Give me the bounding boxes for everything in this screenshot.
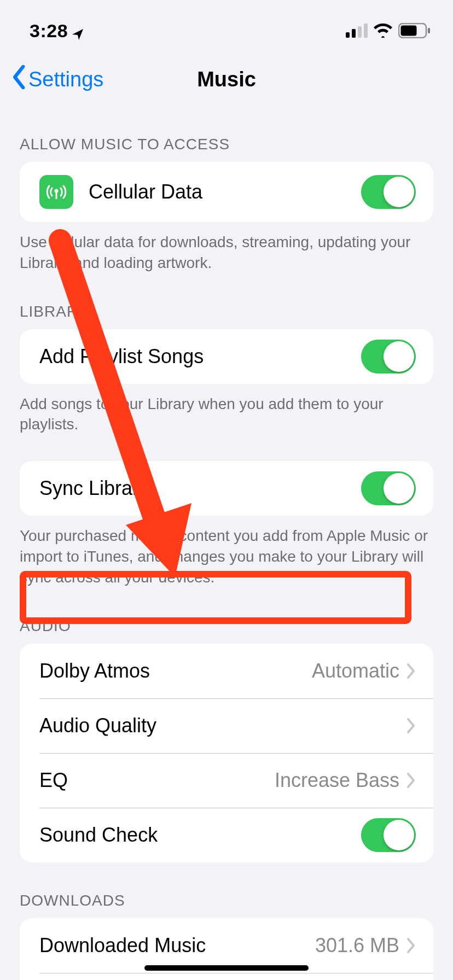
back-label: Settings (28, 68, 103, 91)
row-optimize-storage[interactable]: Optimize Storage Off (20, 973, 433, 980)
audio-quality-label: Audio Quality (39, 714, 406, 737)
home-indicator (144, 965, 309, 971)
nav-bar: Settings Music (0, 49, 453, 109)
add-playlist-toggle[interactable] (361, 340, 416, 374)
sound-check-label: Sound Check (39, 824, 361, 847)
section-header-library: LIBRARY (0, 273, 453, 329)
section-header-downloads: DOWNLOADS (0, 862, 453, 918)
svg-rect-5 (401, 26, 417, 36)
cellular-data-toggle[interactable] (361, 175, 416, 209)
status-time: 3:28 (30, 20, 84, 42)
sync-library-label: Sync Library (39, 477, 361, 500)
dolby-label: Dolby Atmos (39, 660, 312, 682)
downloaded-value: 301.6 MB (315, 934, 399, 957)
cellular-signal-icon (346, 24, 368, 38)
chevron-right-icon (406, 663, 416, 679)
row-add-playlist-songs[interactable]: Add Playlist Songs (20, 329, 433, 384)
svg-rect-2 (358, 26, 362, 38)
add-playlist-label: Add Playlist Songs (39, 345, 361, 368)
status-bar: 3:28 (0, 0, 453, 49)
svg-rect-3 (364, 24, 368, 38)
svg-rect-6 (428, 28, 430, 33)
chevron-right-icon (406, 772, 416, 789)
back-button[interactable]: Settings (11, 65, 103, 94)
footer-access: Use cellular data for downloads, streami… (0, 222, 453, 273)
row-dolby-atmos[interactable]: Dolby Atmos Automatic (20, 644, 433, 698)
cellular-data-icon (39, 175, 73, 209)
svg-rect-1 (352, 29, 356, 38)
eq-label: EQ (39, 769, 275, 792)
chevron-right-icon (406, 718, 416, 734)
row-sync-library[interactable]: Sync Library (20, 461, 433, 516)
dolby-value: Automatic (312, 660, 399, 682)
chevron-left-icon (11, 65, 26, 94)
footer-add-playlist: Add songs to your Library when you add t… (0, 384, 453, 435)
battery-icon (398, 23, 431, 38)
sync-library-toggle[interactable] (361, 471, 416, 505)
wifi-icon (373, 24, 393, 38)
row-downloaded-music[interactable]: Downloaded Music 301.6 MB (20, 918, 433, 973)
footer-sync-library: Your purchased music, content you add fr… (0, 516, 453, 587)
downloaded-label: Downloaded Music (39, 934, 315, 957)
row-sound-check[interactable]: Sound Check (20, 808, 433, 862)
cellular-data-label: Cellular Data (89, 180, 361, 203)
location-icon (71, 24, 84, 37)
section-header-access: ALLOW MUSIC TO ACCESS (0, 109, 453, 162)
chevron-right-icon (406, 937, 416, 954)
row-eq[interactable]: EQ Increase Bass (20, 753, 433, 808)
sound-check-toggle[interactable] (361, 818, 416, 852)
eq-value: Increase Bass (275, 769, 399, 792)
row-audio-quality[interactable]: Audio Quality (20, 698, 433, 753)
svg-rect-0 (346, 32, 350, 38)
section-header-audio: AUDIO (0, 588, 453, 644)
row-cellular-data[interactable]: Cellular Data (20, 162, 433, 222)
svg-rect-8 (56, 191, 57, 199)
status-right (346, 23, 431, 38)
status-time-text: 3:28 (30, 20, 68, 42)
